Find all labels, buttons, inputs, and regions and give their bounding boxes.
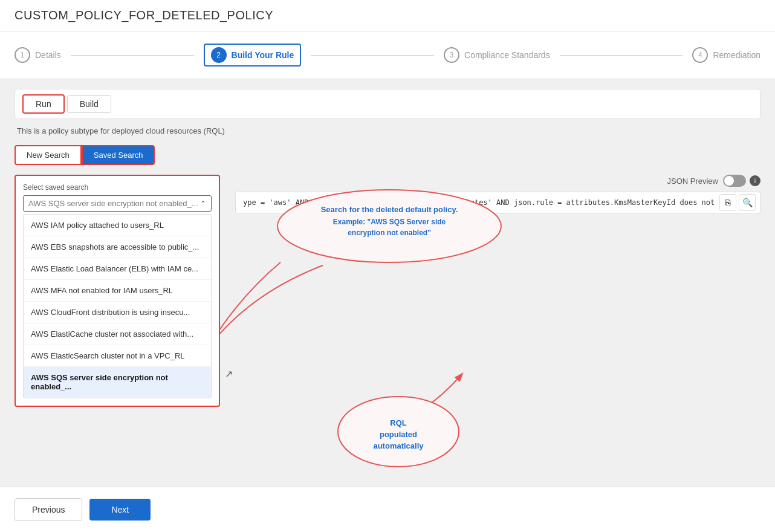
step-line-2 — [311, 55, 434, 56]
chevron-up-icon[interactable]: ⌃ — [200, 199, 206, 208]
search-input[interactable] — [28, 199, 200, 208]
step-2-label: Build Your Rule — [232, 50, 294, 60]
info-icon[interactable]: i — [750, 175, 760, 186]
svg-text:populated: populated — [380, 430, 417, 439]
search-type-row: New Search Saved Search — [15, 145, 760, 165]
previous-button[interactable]: Previous — [15, 498, 82, 521]
dropdown-item-8[interactable]: AWS SQS server side encryption not enabl… — [24, 367, 211, 398]
dropdown-item-1[interactable]: AWS IAM policy attached to users_RL — [24, 215, 211, 236]
dropdown-item-2[interactable]: AWS EBS snapshots are accessible to publ… — [24, 236, 211, 258]
svg-text:encryption not enabled": encryption not enabled" — [348, 229, 431, 237]
dropdown-item-7[interactable]: AWS ElasticSearch cluster not in a VPC_R… — [24, 345, 211, 367]
step-1: 1 Details — [15, 47, 61, 63]
svg-point-0 — [277, 190, 501, 262]
step-1-label: Details — [35, 50, 61, 60]
dropdown-item-4[interactable]: AWS MFA not enabled for IAM users_RL — [24, 280, 211, 302]
select-label: Select saved search — [23, 183, 212, 192]
callout-search-svg: Search for the deleted default policy. E… — [274, 187, 504, 265]
step-3-circle: 3 — [444, 47, 459, 63]
step-4: 4 Remediation — [692, 47, 760, 63]
json-preview-toggle[interactable] — [723, 175, 746, 187]
step-2-circle: 2 — [211, 47, 227, 63]
page-header: CUSTOM_POLICY_FOR_DETELED_POLICY — [0, 0, 775, 31]
callout-search-bubble: Search for the deleted default policy. E… — [274, 187, 504, 268]
dropdown-item-3[interactable]: AWS Elastic Load Balancer (ELB) with IAM… — [24, 258, 211, 280]
json-preview-row: JSON Preview i — [235, 175, 760, 187]
svg-text:Search for the deleted default: Search for the deleted default policy. — [321, 205, 458, 214]
svg-text:automatically: automatically — [373, 441, 424, 450]
new-search-button[interactable]: New Search — [15, 145, 82, 165]
main-content: Run Build This is a policy subtype for d… — [0, 79, 775, 477]
dropdown-item-6[interactable]: AWS ElastiCache cluster not associated w… — [24, 323, 211, 345]
step-2: 2 Build Your Rule — [204, 44, 302, 66]
run-build-tabs: Run Build — [15, 89, 760, 119]
footer-bar: Previous Next — [0, 487, 775, 532]
json-preview-label: JSON Preview — [667, 177, 718, 186]
step-3: 3 Compliance Standards — [444, 47, 550, 63]
dropdown-list: AWS IAM policy attached to users_RL AWS … — [23, 214, 212, 398]
callout-rql-svg: RQL populated automatically — [335, 392, 462, 471]
step-line-1 — [71, 55, 194, 56]
select-input-row[interactable]: ⌃ — [23, 195, 212, 212]
saved-search-section: Select saved search ⌃ AWS IAM policy att… — [15, 175, 220, 407]
step-3-label: Compliance Standards — [464, 50, 550, 60]
svg-text:Example: "AWS SQS Server side: Example: "AWS SQS Server side — [333, 218, 446, 226]
page-title: CUSTOM_POLICY_FOR_DETELED_POLICY — [15, 8, 273, 22]
step-4-circle: 4 — [692, 47, 708, 63]
next-button[interactable]: Next — [89, 499, 151, 521]
external-link-icon[interactable]: ↗ — [225, 368, 233, 380]
rql-actions: ⎘ 🔍 — [719, 194, 756, 211]
svg-text:RQL: RQL — [390, 418, 407, 427]
saved-search-button[interactable]: Saved Search — [82, 145, 155, 165]
step-1-circle: 1 — [15, 47, 30, 63]
stepper: 1 Details 2 Build Your Rule 3 Compliance… — [0, 31, 775, 79]
callout-rql-bubble: RQL populated automatically — [335, 392, 462, 473]
step-4-label: Remediation — [713, 50, 760, 60]
step-2-box: 2 Build Your Rule — [204, 44, 302, 66]
search-rql-icon[interactable]: 🔍 — [739, 194, 756, 211]
dropdown-item-5[interactable]: AWS CloudFront distribution is using ins… — [24, 302, 211, 323]
build-tab[interactable]: Build — [67, 95, 111, 113]
step-line-3 — [560, 55, 683, 56]
copy-icon[interactable]: ⎘ — [719, 194, 736, 211]
policy-description: This is a policy subtype for deployed cl… — [15, 126, 760, 135]
run-tab[interactable]: Run — [22, 94, 65, 114]
